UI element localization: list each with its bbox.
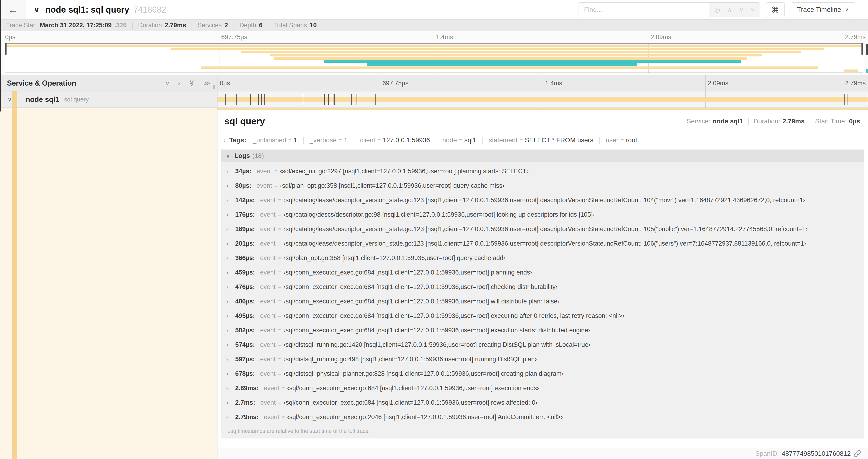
log-entry[interactable]: › 34µs: event = ‹sql/exec_util.go:2297 [… — [221, 164, 864, 178]
log-tick-mark — [236, 94, 237, 105]
collapse-one-icon[interactable]: ∨ — [165, 79, 170, 87]
log-timestamp: 201µs: — [235, 240, 255, 247]
tag-value: 1 — [344, 136, 348, 144]
log-entry[interactable]: › 2.7ms: event = ‹sql/conn_executor_exec… — [221, 395, 864, 410]
tag-value: sql1 — [464, 136, 476, 144]
log-tick-mark — [333, 94, 334, 105]
right-edge-scrubber[interactable] — [866, 44, 868, 55]
minimap-right-scrubber[interactable] — [862, 43, 863, 55]
chevron-down-icon: ∨ — [34, 6, 40, 14]
prev-match-icon[interactable]: ∧ — [727, 6, 732, 13]
log-entry[interactable]: › 486µs: event = ‹sql/conn_executor_exec… — [221, 294, 864, 308]
log-entry[interactable]: › 597µs: event = ‹sql/distsql_running.go… — [221, 352, 864, 366]
tag-value: 1 — [294, 136, 298, 144]
start-time-label: Start Time: — [815, 118, 846, 125]
tag-value: 127.0.0.1:59936 — [383, 136, 430, 144]
trace-collapse-toggle[interactable]: ∨ — [34, 5, 40, 14]
expand-all-icon[interactable]: ≫ — [204, 79, 210, 87]
log-timestamp: 678µs: — [235, 370, 255, 378]
log-field-value: ‹sql/conn_executor_exec.go:684 [nsql1,cl… — [283, 298, 560, 305]
span-operation-name: sql query — [64, 96, 89, 103]
log-field-key: event — [260, 399, 276, 406]
log-field-value: ‹sql/catalog/lease/descriptor_version_st… — [283, 240, 806, 247]
expand-one-icon[interactable]: › — [178, 79, 180, 87]
log-timestamp: 80µs: — [235, 182, 251, 189]
view-selector-button[interactable]: Trace Timeline ∨ — [791, 2, 855, 17]
keyboard-shortcuts-button[interactable]: ⌘ — [766, 2, 785, 17]
log-field-value: ‹sql/catalog/descs/descriptor.go:98 [nsq… — [283, 211, 595, 218]
logs-list: › 34µs: event = ‹sql/exec_util.go:2297 [… — [221, 162, 864, 424]
trace-start-fraction: .326 — [114, 22, 127, 29]
log-entry[interactable]: › 502µs: event = ‹sql/conn_executor_exec… — [221, 323, 864, 337]
log-tick-mark — [261, 94, 262, 105]
span-name-cell[interactable]: ∨ node sql1 sql query — [0, 91, 217, 107]
tags-accordion[interactable]: › Tags: _unfinished = 1 _verbose = — [217, 131, 868, 147]
log-tick-mark — [264, 94, 265, 105]
focus-match-icon[interactable]: ◎ — [714, 6, 720, 13]
minimap-left-scrubber[interactable] — [5, 43, 6, 55]
chevron-down-icon: ∨ — [845, 7, 849, 13]
find-input[interactable] — [579, 3, 709, 17]
log-entry[interactable]: › 201µs: event = ‹sql/catalog/lease/desc… — [221, 236, 864, 251]
tick-label-2: 1.4ms — [545, 75, 562, 91]
equals-sign: = — [278, 327, 281, 333]
link-icon[interactable] — [854, 450, 861, 457]
span-detail-card: sql query Service: node sql1 Duration: 2… — [217, 108, 868, 448]
log-entry[interactable]: › 80µs: event = ‹sql/plan_opt.go:358 [ns… — [221, 178, 864, 193]
duration-label: Duration — [138, 22, 162, 29]
tag-item: user = root — [606, 136, 637, 144]
service-label: Service: — [687, 118, 710, 125]
equals-sign: = — [278, 370, 281, 377]
log-field-value: ‹sql/exec_util.go:2297 [nsql1,client=127… — [280, 168, 529, 175]
log-field-value: ‹sql/distsql_running.go:498 [nsql1,clien… — [283, 356, 537, 363]
clear-search-icon[interactable]: × — [751, 6, 754, 13]
detail-right-column: sql query Service: node sql1 Duration: 2… — [217, 108, 868, 459]
services-label: Services — [197, 22, 222, 29]
log-field-value: ‹sql/conn_executor_exec.go:684 [nsql1,cl… — [287, 385, 539, 392]
log-timestamp: 476µs: — [235, 283, 255, 291]
log-field-key: event — [260, 356, 276, 363]
log-entry[interactable]: › 476µs: event = ‹sql/conn_executor_exec… — [221, 280, 864, 294]
log-field-value: ‹sql/conn_executor_exec.go:684 [nsql1,cl… — [283, 283, 558, 291]
gridline — [380, 75, 380, 91]
equals-sign: = — [377, 137, 380, 143]
chevron-down-icon[interactable]: ∨ — [7, 96, 12, 103]
minimap-span — [170, 47, 824, 50]
equals-sign: = — [274, 168, 278, 174]
log-entry[interactable]: › 176µs: event = ‹sql/catalog/descs/desc… — [221, 207, 864, 222]
tag-value: root — [626, 136, 637, 144]
collapse-all-icon[interactable]: ≫ — [188, 80, 196, 86]
minimap-canvas[interactable] — [5, 43, 863, 73]
span-duration-bar[interactable] — [217, 97, 868, 102]
log-tick-mark — [844, 94, 845, 105]
log-entry[interactable]: › 678µs: event = ‹sql/distsql_physical_p… — [221, 366, 864, 381]
log-entry[interactable]: › 459µs: event = ‹sql/conn_executor_exec… — [221, 265, 864, 280]
log-timestamp: 2.69ms: — [235, 385, 259, 392]
log-entry[interactable]: › 495µs: event = ‹sql/conn_executor_exec… — [221, 308, 864, 323]
logs-header[interactable]: ∨ Logs (18) — [221, 150, 864, 162]
log-field-key: event — [257, 182, 272, 189]
log-entry[interactable]: › 189µs: event = ‹sql/catalog/lease/desc… — [221, 222, 864, 236]
span-id-row: SpanID: 4877749850101760812 — [217, 448, 868, 459]
log-entry[interactable]: › 366µs: event = ‹sql/plan_opt.go:358 [n… — [221, 251, 864, 265]
tag-value: SELECT * FROM users — [525, 136, 593, 144]
log-tick-mark — [331, 94, 331, 105]
column-resize-handle[interactable]: ‖ — [213, 84, 215, 91]
log-entry[interactable]: › 574µs: event = ‹sql/distsql_running.go… — [221, 337, 864, 352]
log-entry[interactable]: › 2.79ms: event = ‹sql/conn_executor_exe… — [221, 410, 864, 424]
next-match-icon[interactable]: ∨ — [739, 6, 744, 13]
service-operation-header: Service & Operation ∨ › ≫ ≫ ‖ — [0, 75, 217, 91]
log-tick-mark — [225, 94, 226, 105]
detail-left-column — [0, 108, 217, 459]
log-timestamp: 176µs: — [235, 211, 255, 218]
log-field-key: event — [260, 255, 276, 262]
trace-summary-bar: Trace Start March 31 2022, 17:25:09 .326… — [0, 20, 868, 31]
span-color-strip — [12, 108, 17, 459]
log-entry[interactable]: › 2.69ms: event = ‹sql/conn_executor_exe… — [221, 381, 864, 395]
back-button[interactable]: ← — [0, 0, 26, 19]
log-field-key: event — [260, 327, 276, 334]
find-tools: ◎ ∧ ∨ × — [709, 3, 760, 17]
window-edge — [0, 0, 1, 111]
log-entry[interactable]: › 142µs: event = ‹sql/catalog/lease/desc… — [221, 193, 864, 207]
tag-item: node = sql1 — [442, 136, 476, 144]
